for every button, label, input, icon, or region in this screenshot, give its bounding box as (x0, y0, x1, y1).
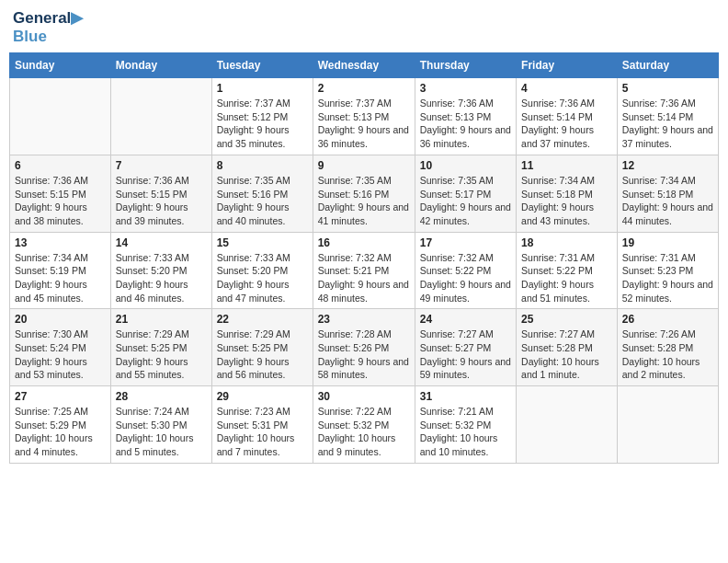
logo-text: General▶ Blue (13, 9, 83, 45)
calendar-cell: 10Sunrise: 7:35 AM Sunset: 5:17 PM Dayli… (415, 155, 516, 232)
day-number: 30 (318, 390, 410, 403)
calendar-week-row: 27Sunrise: 7:25 AM Sunset: 5:29 PM Dayli… (10, 386, 719, 464)
day-detail: Sunrise: 7:27 AM Sunset: 5:28 PM Dayligh… (521, 327, 612, 382)
day-detail: Sunrise: 7:36 AM Sunset: 5:14 PM Dayligh… (521, 97, 612, 151)
col-header-sunday: Sunday (10, 53, 111, 78)
day-number: 28 (116, 390, 207, 403)
calendar-cell: 28Sunrise: 7:24 AM Sunset: 5:30 PM Dayli… (110, 386, 211, 464)
calendar-table: SundayMondayTuesdayWednesdayThursdayFrid… (9, 52, 719, 464)
day-number: 22 (217, 313, 308, 326)
day-detail: Sunrise: 7:34 AM Sunset: 5:18 PM Dayligh… (622, 174, 713, 228)
day-number: 21 (116, 313, 207, 326)
calendar-cell: 2Sunrise: 7:37 AM Sunset: 5:13 PM Daylig… (313, 78, 415, 155)
calendar-cell: 15Sunrise: 7:33 AM Sunset: 5:20 PM Dayli… (211, 232, 313, 309)
calendar-cell: 21Sunrise: 7:29 AM Sunset: 5:25 PM Dayli… (110, 309, 211, 386)
calendar-cell (10, 78, 111, 155)
day-detail: Sunrise: 7:34 AM Sunset: 5:18 PM Dayligh… (521, 174, 612, 228)
day-detail: Sunrise: 7:33 AM Sunset: 5:20 PM Dayligh… (217, 251, 308, 305)
calendar-body: 1Sunrise: 7:37 AM Sunset: 5:12 PM Daylig… (10, 78, 719, 464)
calendar-cell: 29Sunrise: 7:23 AM Sunset: 5:31 PM Dayli… (211, 386, 313, 464)
day-number: 13 (15, 236, 106, 249)
calendar-week-row: 13Sunrise: 7:34 AM Sunset: 5:19 PM Dayli… (10, 232, 719, 309)
day-detail: Sunrise: 7:37 AM Sunset: 5:12 PM Dayligh… (217, 97, 308, 151)
calendar-week-row: 20Sunrise: 7:30 AM Sunset: 5:24 PM Dayli… (10, 309, 719, 386)
day-number: 14 (116, 236, 207, 249)
day-number: 31 (420, 390, 511, 403)
calendar-cell: 12Sunrise: 7:34 AM Sunset: 5:18 PM Dayli… (617, 155, 718, 232)
day-number: 23 (318, 313, 410, 326)
day-number: 19 (622, 236, 713, 249)
day-detail: Sunrise: 7:36 AM Sunset: 5:15 PM Dayligh… (116, 174, 207, 228)
day-number: 24 (420, 313, 511, 326)
day-detail: Sunrise: 7:31 AM Sunset: 5:23 PM Dayligh… (622, 251, 713, 305)
day-number: 11 (521, 159, 612, 172)
day-number: 29 (217, 390, 308, 403)
day-number: 6 (15, 159, 106, 172)
calendar-cell (110, 78, 211, 155)
day-number: 4 (521, 82, 612, 95)
day-detail: Sunrise: 7:31 AM Sunset: 5:22 PM Dayligh… (521, 251, 612, 305)
day-detail: Sunrise: 7:35 AM Sunset: 5:16 PM Dayligh… (318, 174, 410, 228)
calendar-cell: 8Sunrise: 7:35 AM Sunset: 5:16 PM Daylig… (211, 155, 313, 232)
day-number: 17 (420, 236, 511, 249)
day-detail: Sunrise: 7:25 AM Sunset: 5:29 PM Dayligh… (15, 405, 106, 459)
calendar-cell: 31Sunrise: 7:21 AM Sunset: 5:32 PM Dayli… (415, 386, 516, 464)
day-number: 2 (318, 82, 410, 95)
day-detail: Sunrise: 7:21 AM Sunset: 5:32 PM Dayligh… (420, 405, 511, 459)
day-detail: Sunrise: 7:29 AM Sunset: 5:25 PM Dayligh… (116, 327, 207, 382)
day-number: 8 (217, 159, 308, 172)
day-detail: Sunrise: 7:28 AM Sunset: 5:26 PM Dayligh… (318, 327, 410, 382)
day-detail: Sunrise: 7:35 AM Sunset: 5:16 PM Dayligh… (217, 174, 308, 228)
col-header-friday: Friday (517, 53, 618, 78)
calendar-cell: 13Sunrise: 7:34 AM Sunset: 5:19 PM Dayli… (10, 232, 111, 309)
day-detail: Sunrise: 7:27 AM Sunset: 5:27 PM Dayligh… (420, 327, 511, 382)
day-detail: Sunrise: 7:34 AM Sunset: 5:19 PM Dayligh… (15, 251, 106, 305)
calendar-cell: 9Sunrise: 7:35 AM Sunset: 5:16 PM Daylig… (313, 155, 415, 232)
page-header: General▶ Blue (9, 9, 719, 45)
calendar-cell: 1Sunrise: 7:37 AM Sunset: 5:12 PM Daylig… (211, 78, 313, 155)
day-detail: Sunrise: 7:26 AM Sunset: 5:28 PM Dayligh… (622, 327, 713, 382)
col-header-monday: Monday (110, 53, 211, 78)
calendar-week-row: 6Sunrise: 7:36 AM Sunset: 5:15 PM Daylig… (10, 155, 719, 232)
day-number: 1 (217, 82, 308, 95)
day-number: 9 (318, 159, 410, 172)
day-detail: Sunrise: 7:36 AM Sunset: 5:13 PM Dayligh… (420, 97, 511, 151)
calendar-cell: 23Sunrise: 7:28 AM Sunset: 5:26 PM Dayli… (313, 309, 415, 386)
calendar-cell: 7Sunrise: 7:36 AM Sunset: 5:15 PM Daylig… (110, 155, 211, 232)
day-detail: Sunrise: 7:37 AM Sunset: 5:13 PM Dayligh… (318, 97, 410, 151)
day-number: 16 (318, 236, 410, 249)
calendar-week-row: 1Sunrise: 7:37 AM Sunset: 5:12 PM Daylig… (10, 78, 719, 155)
calendar-cell: 3Sunrise: 7:36 AM Sunset: 5:13 PM Daylig… (415, 78, 516, 155)
calendar-cell: 22Sunrise: 7:29 AM Sunset: 5:25 PM Dayli… (211, 309, 313, 386)
calendar-cell: 14Sunrise: 7:33 AM Sunset: 5:20 PM Dayli… (110, 232, 211, 309)
calendar-cell (517, 386, 618, 464)
calendar-cell: 20Sunrise: 7:30 AM Sunset: 5:24 PM Dayli… (10, 309, 111, 386)
day-detail: Sunrise: 7:24 AM Sunset: 5:30 PM Dayligh… (116, 405, 207, 459)
calendar-cell: 11Sunrise: 7:34 AM Sunset: 5:18 PM Dayli… (517, 155, 618, 232)
day-number: 7 (116, 159, 207, 172)
calendar-cell: 19Sunrise: 7:31 AM Sunset: 5:23 PM Dayli… (617, 232, 718, 309)
day-number: 3 (420, 82, 511, 95)
day-detail: Sunrise: 7:36 AM Sunset: 5:15 PM Dayligh… (15, 174, 106, 228)
day-detail: Sunrise: 7:30 AM Sunset: 5:24 PM Dayligh… (15, 327, 106, 382)
calendar-cell: 25Sunrise: 7:27 AM Sunset: 5:28 PM Dayli… (517, 309, 618, 386)
day-number: 10 (420, 159, 511, 172)
calendar-cell: 6Sunrise: 7:36 AM Sunset: 5:15 PM Daylig… (10, 155, 111, 232)
calendar-header-row: SundayMondayTuesdayWednesdayThursdayFrid… (10, 53, 719, 78)
day-detail: Sunrise: 7:32 AM Sunset: 5:22 PM Dayligh… (420, 251, 511, 305)
day-detail: Sunrise: 7:29 AM Sunset: 5:25 PM Dayligh… (217, 327, 308, 382)
day-detail: Sunrise: 7:33 AM Sunset: 5:20 PM Dayligh… (116, 251, 207, 305)
calendar-cell: 27Sunrise: 7:25 AM Sunset: 5:29 PM Dayli… (10, 386, 111, 464)
calendar-cell: 4Sunrise: 7:36 AM Sunset: 5:14 PM Daylig… (517, 78, 618, 155)
day-detail: Sunrise: 7:23 AM Sunset: 5:31 PM Dayligh… (217, 405, 308, 459)
col-header-saturday: Saturday (617, 53, 718, 78)
day-number: 20 (15, 313, 106, 326)
day-detail: Sunrise: 7:35 AM Sunset: 5:17 PM Dayligh… (420, 174, 511, 228)
day-number: 18 (521, 236, 612, 249)
day-number: 12 (622, 159, 713, 172)
calendar-cell (617, 386, 718, 464)
day-number: 15 (217, 236, 308, 249)
day-detail: Sunrise: 7:22 AM Sunset: 5:32 PM Dayligh… (318, 405, 410, 459)
calendar-cell: 17Sunrise: 7:32 AM Sunset: 5:22 PM Dayli… (415, 232, 516, 309)
logo: General▶ Blue (13, 9, 83, 45)
